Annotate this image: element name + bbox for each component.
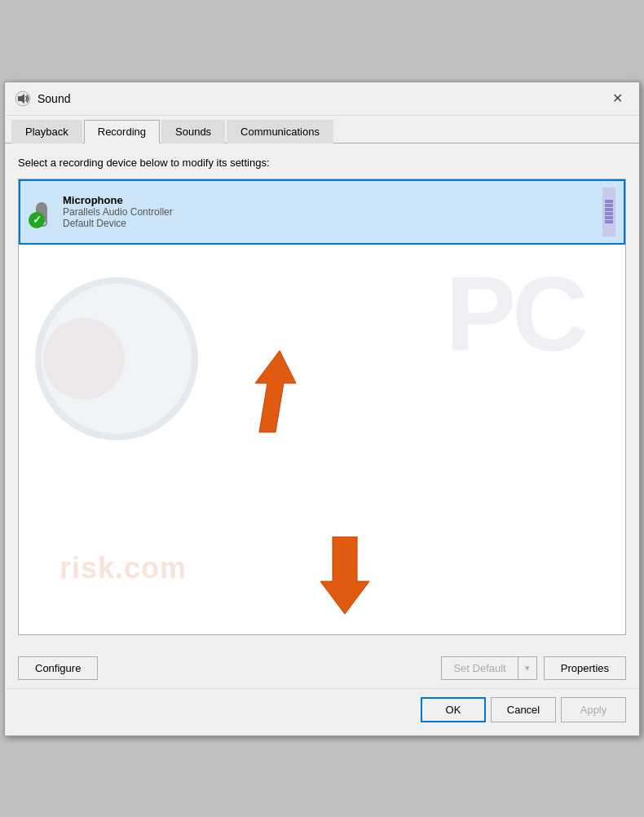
- device-list[interactable]: ✓ Microphone Parallels Audio Controller …: [18, 179, 626, 635]
- default-properties-wrap: Set Default ▾ Properties: [441, 656, 626, 680]
- device-item-microphone[interactable]: ✓ Microphone Parallels Audio Controller …: [19, 179, 625, 245]
- watermark-area: PC risk.com: [19, 228, 625, 634]
- wm-inner-circle: [43, 318, 125, 400]
- svg-marker-4: [320, 537, 369, 614]
- set-default-wrap: Set Default ▾: [441, 656, 536, 680]
- device-icon-wrap: ✓: [29, 196, 55, 228]
- window-title: Sound: [37, 92, 605, 105]
- svg-marker-3: [255, 351, 296, 432]
- dialog-icon: [15, 91, 31, 107]
- properties-button[interactable]: Properties: [544, 656, 626, 680]
- device-status: Default Device: [63, 218, 596, 229]
- device-name: Microphone: [63, 194, 596, 206]
- cancel-button[interactable]: Cancel: [491, 697, 556, 722]
- default-badge: ✓: [29, 212, 45, 228]
- level-indicator: [602, 188, 615, 236]
- configure-wrap: Configure: [18, 656, 98, 680]
- configure-button[interactable]: Configure: [18, 656, 98, 680]
- title-bar: Sound ✕: [5, 82, 639, 116]
- device-controller: Parallels Audio Controller: [63, 206, 596, 218]
- device-info: Microphone Parallels Audio Controller De…: [63, 194, 596, 229]
- instruction-text: Select a recording device below to modif…: [18, 157, 626, 169]
- apply-button[interactable]: Apply: [561, 697, 626, 722]
- close-button[interactable]: ✕: [605, 89, 629, 108]
- arrow-up-icon: [206, 342, 304, 440]
- arrow-down-icon: [312, 537, 377, 618]
- action-footer: Configure Set Default ▾ Properties: [5, 648, 639, 688]
- wm-circle: [35, 277, 198, 440]
- wm-risk-text: risk.com: [60, 551, 187, 585]
- tab-recording[interactable]: Recording: [84, 120, 160, 144]
- dialog-footer: OK Cancel Apply: [5, 688, 639, 735]
- ok-button[interactable]: OK: [421, 697, 486, 722]
- tab-playback[interactable]: Playback: [11, 120, 82, 144]
- tab-content: Select a recording device below to modif…: [5, 144, 639, 648]
- tab-communications[interactable]: Communications: [227, 120, 333, 144]
- set-default-button[interactable]: Set Default: [441, 656, 517, 680]
- set-default-dropdown[interactable]: ▾: [518, 656, 537, 680]
- tab-sounds[interactable]: Sounds: [161, 120, 225, 144]
- wm-pc-text: PC: [445, 261, 584, 367]
- sound-dialog: Sound ✕ Playback Recording Sounds Commun…: [4, 82, 640, 736]
- tab-bar: Playback Recording Sounds Communications: [5, 116, 639, 144]
